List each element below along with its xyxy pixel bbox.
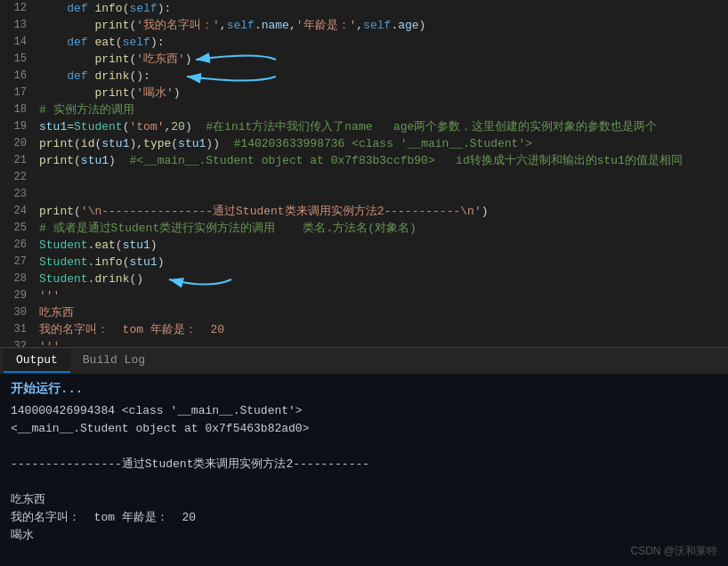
- line-content: print('喝水'): [36, 85, 728, 101]
- code-editor: 12 def info(self):13 print('我的名字叫：',self…: [0, 0, 728, 347]
- code-line: 20print(id(stu1),type(stu1)) #1402036339…: [0, 135, 728, 152]
- line-number: 14: [0, 34, 36, 51]
- code-line: 21print(stu1) #<__main__.Student object …: [0, 152, 728, 169]
- line-content: # 或者是通过Student类进行实例方法的调用 类名.方法名(对象名): [36, 220, 728, 237]
- line-content: print(id(stu1),type(stu1)) #140203633998…: [36, 135, 728, 152]
- code-line: 29''': [0, 287, 728, 304]
- line-number: 21: [0, 152, 36, 169]
- line-number: 19: [0, 118, 36, 135]
- code-line: 18# 实例方法的调用: [0, 101, 728, 118]
- line-number: 32: [0, 338, 36, 347]
- line-number: 15: [0, 51, 36, 68]
- tabs-bar: Output Build Log: [0, 347, 728, 374]
- line-content: print('吃东西'): [36, 51, 728, 68]
- code-line: 23: [0, 186, 728, 203]
- code-line: 25# 或者是通过Student类进行实例方法的调用 类名.方法名(对象名): [0, 220, 728, 237]
- code-line: 16 def drink():: [0, 68, 728, 85]
- line-number: 27: [0, 254, 36, 271]
- line-content: Student.eat(stu1): [36, 237, 728, 254]
- output-line: 我的名字叫： tom 年龄是： 20: [11, 509, 717, 527]
- line-content: print('\n----------------通过Student类来调用实例…: [36, 203, 728, 220]
- line-content: stu1=Student('tom',20) #在init方法中我们传入了nam…: [36, 118, 728, 135]
- line-number: 20: [0, 135, 36, 152]
- line-content: [36, 169, 728, 186]
- line-number: 23: [0, 186, 36, 203]
- code-line: 24print('\n----------------通过Student类来调用…: [0, 203, 728, 220]
- output-line: ----------------通过Student类来调用实例方法2------…: [11, 456, 717, 473]
- line-content: print('我的名字叫：',self.name,'年龄是：',self.age…: [36, 17, 728, 34]
- output-lines: 140000426994384 <class '__main__.Student…: [11, 402, 717, 545]
- line-content: 我的名字叫： tom 年龄是： 20: [36, 321, 728, 338]
- code-lines: 12 def info(self):13 print('我的名字叫：',self…: [0, 0, 728, 347]
- code-line: 12 def info(self):: [0, 0, 728, 17]
- output-line: 140000426994384 <class '__main__.Student…: [11, 402, 717, 420]
- code-line: 13 print('我的名字叫：',self.name,'年龄是：',self.…: [0, 17, 728, 34]
- line-number: 16: [0, 68, 36, 85]
- watermark: CSDN @沃和莱特: [630, 544, 717, 559]
- line-number: 24: [0, 203, 36, 220]
- output-line: 吃东西: [11, 491, 717, 509]
- line-number: 30: [0, 304, 36, 321]
- code-line: 31我的名字叫： tom 年龄是： 20: [0, 321, 728, 338]
- line-content: ''': [36, 287, 728, 304]
- line-number: 28: [0, 271, 36, 287]
- line-number: 29: [0, 287, 36, 304]
- output-line: <__main__.Student object at 0x7f5463b82a…: [11, 420, 717, 438]
- line-number: 31: [0, 321, 36, 338]
- line-content: def eat(self):: [36, 34, 728, 51]
- code-line: 22: [0, 169, 728, 186]
- line-number: 18: [0, 101, 36, 118]
- output-panel: 开始运行... 140000426994384 <class '__main__…: [0, 374, 728, 566]
- code-line: 27Student.info(stu1): [0, 254, 728, 271]
- line-content: def info(self):: [36, 0, 728, 17]
- tab-output[interactable]: Output: [4, 349, 70, 373]
- line-content: Student.info(stu1): [36, 254, 728, 271]
- line-content: [36, 186, 728, 203]
- output-line: [11, 473, 717, 491]
- line-content: print(stu1) #<__main__.Student object at…: [36, 152, 728, 169]
- output-line: 喝水: [11, 527, 717, 545]
- output-running-label: 开始运行...: [11, 381, 717, 397]
- line-number: 25: [0, 220, 36, 237]
- code-line: 19stu1=Student('tom',20) #在init方法中我们传入了n…: [0, 118, 728, 135]
- line-content: def drink():: [36, 68, 728, 85]
- code-line: 17 print('喝水'): [0, 85, 728, 101]
- line-number: 13: [0, 17, 36, 34]
- code-line: 30吃东西: [0, 304, 728, 321]
- line-number: 22: [0, 169, 36, 186]
- line-number: 12: [0, 0, 36, 17]
- line-content: # 实例方法的调用: [36, 101, 728, 118]
- line-content: Student.drink(): [36, 271, 728, 287]
- code-line: 28Student.drink(): [0, 271, 728, 287]
- code-line: 32''': [0, 338, 728, 347]
- code-editor-wrapper: 12 def info(self):13 print('我的名字叫：',self…: [0, 0, 728, 566]
- line-number: 26: [0, 237, 36, 254]
- output-line: [11, 438, 717, 456]
- line-content: 吃东西: [36, 304, 728, 321]
- line-content: ''': [36, 338, 728, 347]
- line-number: 17: [0, 85, 36, 101]
- tab-build-log[interactable]: Build Log: [70, 349, 158, 373]
- code-line: 14 def eat(self):: [0, 34, 728, 51]
- code-line: 15 print('吃东西'): [0, 51, 728, 68]
- code-line: 26Student.eat(stu1): [0, 237, 728, 254]
